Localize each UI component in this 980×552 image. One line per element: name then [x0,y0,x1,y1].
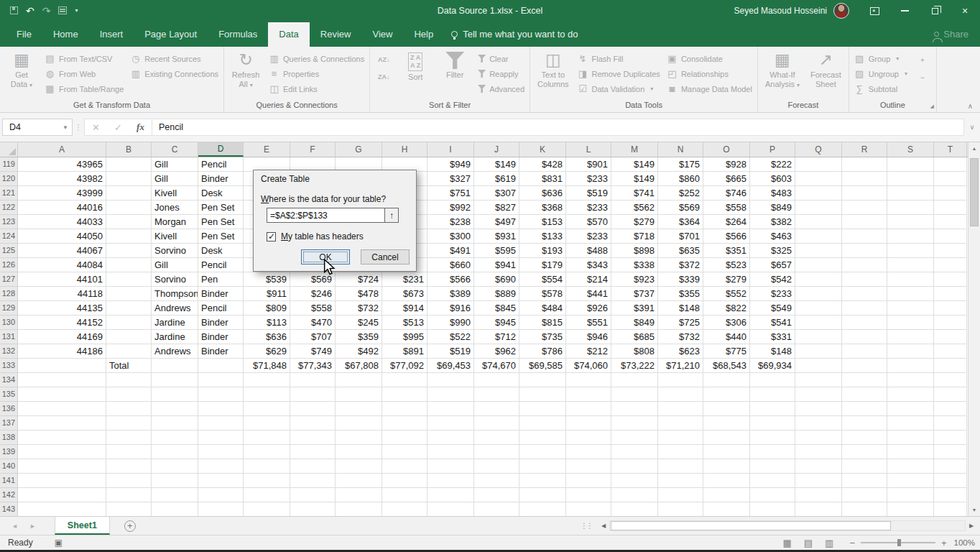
grid-cell[interactable] [336,459,382,474]
grid-cell[interactable]: 44118 [18,287,106,301]
grid-cell[interactable] [244,416,290,431]
column-header-f[interactable]: F [290,142,336,157]
grid-cell[interactable]: Kivell [152,186,198,201]
zoom-out-icon[interactable]: − [849,538,855,548]
column-header-k[interactable]: K [519,142,566,157]
grid-cell[interactable]: Morgan [152,215,198,229]
grid-cell[interactable] [290,502,336,516]
manage-data-model-button[interactable]: ◙Manage Data Model [667,83,752,94]
grid-cell[interactable] [382,431,427,445]
grid-cell[interactable] [106,316,152,330]
grid-cell[interactable] [427,416,474,431]
grid-cell[interactable] [336,373,382,387]
grid-cell[interactable] [658,387,703,402]
grid-cell[interactable] [198,416,244,431]
grid-cell[interactable]: $484 [519,301,566,316]
grid-cell[interactable] [887,272,934,287]
sort-button[interactable]: Z A A ZSort [399,48,432,82]
grid-cell[interactable] [934,316,967,330]
grid-cell[interactable] [106,474,152,488]
row-header-121[interactable]: 121 [0,186,18,201]
minimize-button[interactable] [889,0,920,22]
grid-cell[interactable]: Desk [198,244,244,258]
grid-cell[interactable] [703,502,750,516]
grid-cell[interactable] [842,157,887,172]
grid-cell[interactable]: $351 [703,244,750,258]
tab-review[interactable]: Review [310,22,362,47]
grid-cell[interactable]: Andrews [152,301,198,316]
grid-cell[interactable] [152,387,198,402]
grid-cell[interactable]: $359 [336,330,382,344]
grid-cell[interactable] [842,344,887,359]
share-button[interactable]: Share [934,29,969,47]
grid-cell[interactable] [106,172,152,186]
grid-cell[interactable] [336,402,382,416]
grid-cell[interactable] [887,229,934,244]
grid-cell[interactable] [290,387,336,402]
grid-cell[interactable]: $307 [474,186,519,201]
grid-cell[interactable] [934,445,967,459]
grid-cell[interactable] [18,359,106,373]
grid-cell[interactable]: Desk [198,186,244,201]
grid-cell[interactable]: $751 [427,186,474,201]
grid-cell[interactable] [198,474,244,488]
insert-function-icon[interactable]: fx [129,121,152,133]
row-header-130[interactable]: 130 [0,316,18,330]
grid-cell[interactable]: $68,543 [703,359,750,373]
grid-cell[interactable]: $478 [336,287,382,301]
grid-cell[interactable]: $635 [658,244,703,258]
grid-cell[interactable] [18,416,106,431]
grid-cell[interactable] [566,402,611,416]
grid-cell[interactable]: $327 [427,172,474,186]
grid-cell[interactable] [795,244,842,258]
grid-cell[interactable] [106,502,152,516]
grid-cell[interactable] [842,244,887,258]
queries-connections-button[interactable]: ▥Queries & Connections [269,53,364,64]
grid-cell[interactable] [611,502,658,516]
grid-cell[interactable]: $231 [382,272,427,287]
grid-cell[interactable] [703,459,750,474]
grid-cell[interactable] [842,502,887,516]
grid-cell[interactable]: $539 [244,272,290,287]
grid-cell[interactable] [382,459,427,474]
grid-cell[interactable]: $889 [474,287,519,301]
grid-cell[interactable] [474,459,519,474]
grid-cell[interactable]: $233 [566,201,611,215]
grid-cell[interactable] [290,402,336,416]
grid-cell[interactable]: $71,848 [244,359,290,373]
grid-cell[interactable] [566,387,611,402]
dialog-launcher-icon[interactable]: ◢ [930,104,934,109]
grid-cell[interactable] [519,373,566,387]
headers-checkbox-row[interactable]: My table has headers [267,231,409,242]
grid-cell[interactable]: $595 [474,244,519,258]
scroll-right-icon[interactable]: ▶ [966,523,977,529]
grid-cell[interactable]: $246 [290,287,336,301]
grid-cell[interactable] [427,445,474,459]
grid-cell[interactable] [18,373,106,387]
grid-cell[interactable]: Pencil [198,301,244,316]
grid-cell[interactable] [106,387,152,402]
grid-cell[interactable] [887,201,934,215]
grid-cell[interactable]: $578 [519,287,566,301]
grid-cell[interactable] [198,502,244,516]
grid-cell[interactable]: $389 [427,287,474,301]
column-header-a[interactable]: A [18,142,106,157]
grid-cell[interactable]: $746 [703,186,750,201]
grid-cell[interactable] [519,488,566,502]
grid-cell[interactable] [611,445,658,459]
grid-cell[interactable] [934,244,967,258]
grid-cell[interactable]: Sorvino [152,244,198,258]
forecast-sheet-button[interactable]: ↗Forecast Sheet [808,48,843,89]
column-header-m[interactable]: M [611,142,658,157]
row-header-131[interactable]: 131 [0,330,18,344]
grid-cell[interactable] [18,431,106,445]
row-header-120[interactable]: 120 [0,172,18,186]
grid-cell[interactable] [887,157,934,172]
grid-cell[interactable] [18,459,106,474]
grid-cell[interactable]: $860 [658,172,703,186]
grid-cell[interactable] [611,474,658,488]
grid-cell[interactable] [290,474,336,488]
grid-cell[interactable] [795,488,842,502]
grid-cell[interactable]: $463 [750,229,795,244]
grid-cell[interactable]: $923 [611,272,658,287]
